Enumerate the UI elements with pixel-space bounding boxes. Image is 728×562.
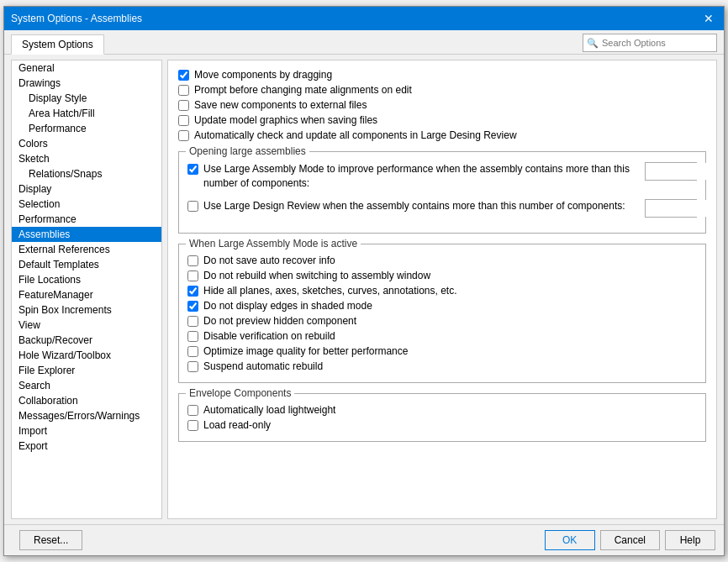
sidebar-item-file-explorer[interactable]: File Explorer	[12, 363, 161, 378]
cancel-button[interactable]: Cancel	[600, 530, 660, 550]
sidebar-item-selection[interactable]: Selection	[12, 197, 161, 212]
sidebar-item-messages[interactable]: Messages/Errors/Warnings	[12, 408, 161, 423]
label-load-readonly: Load read-only	[203, 419, 271, 431]
footer-left: Reset...	[13, 530, 82, 550]
checkbox-move-by-drag: Move components by dragging	[178, 69, 706, 81]
envelope-group: Envelope Components Automatically load l…	[178, 393, 706, 442]
checkbox-row-disable-verify: Disable verification on rebuild	[187, 330, 697, 342]
sidebar-item-drawings[interactable]: Drawings	[12, 76, 161, 91]
checkbox-row-no-preview: Do not preview hidden component	[187, 315, 697, 327]
checkbox-no-edges[interactable]	[187, 301, 198, 312]
close-button[interactable]: ✕	[700, 10, 717, 27]
tab-system-options[interactable]: System Options	[11, 34, 104, 55]
main-panel: Move components by draggingPrompt before…	[167, 60, 717, 519]
checkbox-optimize-quality[interactable]	[187, 346, 198, 357]
sidebar-item-performance[interactable]: Performance	[12, 212, 161, 227]
sidebar-item-sketch[interactable]: Sketch	[12, 151, 161, 166]
large-mode-group: When Large Assembly Mode is active Do no…	[178, 244, 706, 383]
sidebar-item-hole-wizard[interactable]: Hole Wizard/Toolbox	[12, 348, 161, 363]
checkbox-row-load-readonly: Load read-only	[187, 419, 697, 431]
label-no-auto-recover: Do not save auto recover info	[203, 255, 335, 266]
sidebar-item-collaboration[interactable]: Collaboration	[12, 393, 161, 408]
checkbox-input-update-graphics[interactable]	[178, 115, 189, 126]
checkbox-row-auto-lightweight: Automatically load lightweight	[187, 404, 697, 416]
checkbox-load-readonly[interactable]	[187, 420, 198, 431]
sidebar-item-spin-box[interactable]: Spin Box Increments	[12, 302, 161, 318]
checkbox-row-no-edges: Do not display edges in shaded mode	[187, 300, 697, 312]
spinner-use-large-mode: ▲ ▼	[645, 162, 697, 181]
label-no-preview: Do not preview hidden component	[203, 315, 356, 327]
sidebar-item-relations-snaps[interactable]: Relations/Snaps	[12, 166, 161, 181]
title-bar: System Options - Assemblies ✕	[4, 7, 724, 30]
reset-button[interactable]: Reset...	[19, 530, 82, 550]
checkbox-save-new: Save new components to external files	[178, 99, 706, 111]
sidebar-item-colors[interactable]: Colors	[12, 136, 161, 151]
checkbox-hide-planes[interactable]	[187, 286, 198, 297]
label-use-large-mode: Use Large Assembly Mode to improve perfo…	[203, 162, 645, 191]
checkbox-use-large-review[interactable]	[187, 201, 198, 212]
spinner-input-use-large-mode[interactable]	[646, 163, 717, 180]
checkbox-row-suspend-rebuild: Suspend automatic rebuild	[187, 360, 697, 372]
checkbox-use-large-mode[interactable]	[187, 164, 198, 175]
top-checkboxes-section: Move components by draggingPrompt before…	[178, 69, 706, 141]
checkbox-row-hide-planes: Hide all planes, axes, sketches, curves,…	[187, 285, 697, 297]
footer: Reset... OK Cancel Help	[4, 524, 724, 555]
checkbox-input-auto-check[interactable]	[178, 130, 189, 141]
sidebar-item-external-references[interactable]: External References	[12, 242, 161, 257]
checkbox-input-save-new[interactable]	[178, 100, 189, 111]
sidebar-item-display[interactable]: Display	[12, 181, 161, 197]
checkbox-no-auto-recover[interactable]	[187, 255, 198, 266]
checkbox-no-rebuild[interactable]	[187, 270, 198, 281]
search-input[interactable]	[602, 38, 703, 48]
label-suspend-rebuild: Suspend automatic rebuild	[203, 360, 323, 372]
sidebar-item-backup-recover[interactable]: Backup/Recover	[12, 333, 161, 348]
envelope-title: Envelope Components	[186, 387, 294, 399]
checkbox-label-update-graphics: Update model graphics when saving files	[194, 114, 377, 126]
dialog-title: System Options - Assemblies	[11, 13, 142, 24]
sidebar-item-view[interactable]: View	[12, 318, 161, 333]
spinner-input-use-large-review[interactable]	[646, 200, 717, 217]
spinner-row-use-large-review: Use Large Design Review when the assembl…	[187, 199, 697, 218]
sidebar-item-import[interactable]: Import	[12, 423, 161, 439]
checkbox-label-move-by-drag: Move components by dragging	[194, 69, 332, 81]
sidebar-item-assemblies[interactable]: Assemblies	[12, 227, 161, 242]
checkbox-row-optimize-quality: Optimize image quality for better perfor…	[187, 345, 697, 357]
search-bar: 🔍	[583, 34, 717, 52]
content-area: GeneralDrawingsDisplay StyleArea Hatch/F…	[4, 55, 724, 524]
label-disable-verify: Disable verification on rebuild	[203, 330, 335, 342]
large-assemblies-group: Opening large assemblies Use Large Assem…	[178, 151, 706, 234]
checkbox-disable-verify[interactable]	[187, 331, 198, 342]
sidebar-item-display-style[interactable]: Display Style	[12, 91, 161, 106]
spinner-use-large-review: ▲ ▼	[645, 199, 697, 218]
label-auto-lightweight: Automatically load lightweight	[203, 404, 335, 416]
label-optimize-quality: Optimize image quality for better perfor…	[203, 345, 408, 357]
sidebar: GeneralDrawingsDisplay StyleArea Hatch/F…	[11, 60, 162, 519]
sidebar-item-area-hatch[interactable]: Area Hatch/Fill	[12, 106, 161, 121]
sidebar-item-default-templates[interactable]: Default Templates	[12, 257, 161, 272]
checkbox-input-prompt-mate[interactable]	[178, 85, 189, 96]
help-button[interactable]: Help	[665, 530, 715, 550]
sidebar-item-file-locations[interactable]: File Locations	[12, 272, 161, 287]
ok-button[interactable]: OK	[545, 530, 595, 550]
checkbox-update-graphics: Update model graphics when saving files	[178, 114, 706, 126]
checkbox-label-auto-check: Automatically check and update all compo…	[194, 129, 517, 141]
checkbox-suspend-rebuild[interactable]	[187, 361, 198, 372]
large-mode-title: When Large Assembly Mode is active	[186, 238, 361, 249]
sidebar-item-export[interactable]: Export	[12, 439, 161, 454]
sidebar-item-featuremanager[interactable]: FeatureManager	[12, 287, 161, 302]
sidebar-item-general[interactable]: General	[12, 60, 161, 76]
search-icon: 🔍	[583, 36, 602, 50]
dialog: System Options - Assemblies ✕ System Opt…	[3, 6, 725, 556]
label-use-large-review: Use Large Design Review when the assembl…	[203, 199, 645, 213]
large-assemblies-title: Opening large assemblies	[186, 145, 309, 157]
checkbox-auto-lightweight[interactable]	[187, 405, 198, 416]
checkbox-label-prompt-mate: Prompt before changing mate alignments o…	[194, 84, 412, 96]
checkbox-label-save-new: Save new components to external files	[194, 99, 367, 111]
label-hide-planes: Hide all planes, axes, sketches, curves,…	[203, 285, 457, 297]
label-no-edges: Do not display edges in shaded mode	[203, 300, 372, 312]
sidebar-item-search[interactable]: Search	[12, 378, 161, 393]
checkbox-row-no-rebuild: Do not rebuild when switching to assembl…	[187, 270, 697, 281]
sidebar-item-performance-drawings[interactable]: Performance	[12, 121, 161, 136]
checkbox-no-preview[interactable]	[187, 316, 198, 327]
checkbox-input-move-by-drag[interactable]	[178, 70, 189, 81]
